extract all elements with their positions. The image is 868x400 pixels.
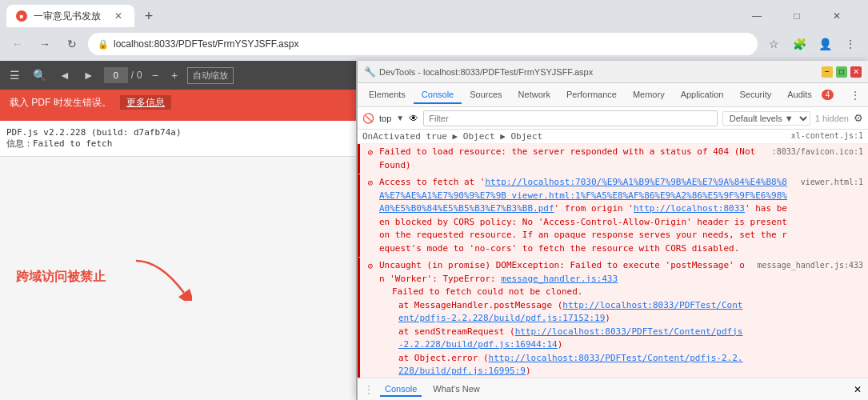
address-bar: ← → ↻ 🔒 localhost:8033/PDFTest/FrmYSYJSF… [0, 27, 868, 61]
devtools-footer: ⋮ Console What's New ✕ [358, 378, 868, 400]
filter-context-label: top [379, 114, 391, 123]
devtools-more-button[interactable]: ⋮ [846, 86, 865, 104]
dom-error-content: Uncaught (in promise) DOMException: Fail… [379, 259, 748, 378]
pdf-zoom-auto[interactable]: 自动缩放 [187, 67, 234, 84]
object-entry: OnActivated true ▶ Object ▶ Object xl-co… [358, 130, 868, 144]
tab-sources[interactable]: Sources [462, 86, 510, 104]
menu-button[interactable]: ⋮ [839, 33, 862, 55]
pdf-zoom-in[interactable]: + [168, 67, 181, 83]
back-button[interactable]: ← [6, 33, 29, 55]
eye-icon: 👁 [409, 113, 418, 124]
message-handler-link[interactable]: message_handler.js:433 [501, 274, 618, 284]
tab-close-button[interactable]: ✕ [112, 10, 125, 22]
secure-icon: 🔒 [98, 39, 109, 50]
active-tab[interactable]: ■ 一审意见书发放 ✕ [6, 5, 134, 27]
devtools-footer-separator: ⋮ [364, 384, 374, 395]
sendstream-link[interactable]: http://localhost:8033/PDFTest/Content/pd… [398, 326, 742, 350]
dom-error-source: message_handler.js:433 [751, 259, 863, 271]
browser-chrome: ■ 一审意见书发放 ✕ + — □ ✕ ← → ↻ 🔒 localhost:80… [0, 0, 868, 61]
pdf-page-total: 0 [137, 70, 142, 81]
tab-console[interactable]: Console [414, 86, 462, 104]
devtools-close[interactable]: ✕ [850, 66, 862, 78]
object-text: OnActivated true ▶ Object ▶ Object [362, 131, 542, 142]
cors-origin-url[interactable]: http://localhost:8033 [634, 203, 745, 214]
footer-close-icon[interactable]: ✕ [854, 384, 862, 395]
console-content: OnActivated true ▶ Object ▶ Object xl-co… [358, 130, 868, 378]
console-error-badge: 4 [822, 90, 834, 100]
tab-favicon: ■ [16, 10, 27, 22]
tab-application[interactable]: Application [673, 86, 732, 104]
error-circle-icon: ⊘ [365, 147, 376, 158]
extensions-button[interactable]: 🧩 [788, 33, 810, 55]
cors-error-text: Access to fetch at 'http://localhost:703… [379, 176, 791, 255]
entry-404-text: Failed to load resource: the server resp… [379, 146, 762, 172]
reload-button[interactable]: ↻ [61, 33, 83, 55]
object-source: xl-content.js:1 [791, 131, 863, 140]
new-tab-button[interactable]: + [138, 5, 160, 27]
console-entry-domexception: ⊘ Uncaught (in promise) DOMException: Fa… [358, 258, 868, 378]
footer-tab-whatsnew[interactable]: What's New [428, 382, 484, 397]
filter-dropdown-arrow: ▼ [396, 114, 404, 122]
window-controls: — □ ✕ [738, 5, 862, 27]
window-minimize-button[interactable]: — [738, 5, 775, 27]
console-entry-cors: ⊘ Access to fetch at 'http://localhost:7… [358, 174, 868, 258]
tab-bar: ■ 一审意见书发放 ✕ + — □ ✕ [0, 0, 868, 27]
url-bar[interactable]: 🔒 localhost:8033/PDFTest/FrmYSYJSFF.aspx [88, 33, 758, 55]
devtools-filterbar: 🚫 top ▼ 👁 Default levels ▼ 1 hidden ⚙ [358, 107, 868, 130]
pdf-page-indicator: / 0 [104, 67, 142, 83]
postmessage-link[interactable]: http://localhost:8033/PDFTest/Content/pd… [398, 300, 742, 324]
tab-memory[interactable]: Memory [625, 86, 673, 104]
pdf-page-separator: / [131, 70, 134, 81]
pdf-next-page[interactable]: ► [80, 67, 98, 83]
star-button[interactable]: ☆ [762, 33, 785, 55]
pdf-prev-page[interactable]: ◄ [56, 67, 74, 83]
objecterror-link[interactable]: http://localhost:8033/PDFTest/Content/pd… [398, 353, 742, 377]
cross-domain-label: 跨域访问被禁止 [16, 269, 106, 286]
cors-error-content: Access to fetch at 'http://localhost:703… [379, 176, 791, 255]
devtools-icon: 🔧 [364, 66, 376, 78]
devtools-titlebar: 🔧 DevTools - localhost:8033/PDFTest/FrmY… [358, 61, 868, 83]
pdf-page-input[interactable] [104, 67, 128, 83]
main-area: ☰ 🔍 ◄ ► / 0 − + 自动缩放 ⛶ ⬇ ⎙ 🔖 ⋮ 载入 PDF 时发… [0, 61, 868, 400]
dom-error-detail2: at MessageHandler.postMessage (http://lo… [379, 299, 748, 326]
hidden-count: 1 hidden [815, 114, 849, 123]
devtools-minimize[interactable]: − [822, 66, 833, 78]
forward-button[interactable]: → [34, 33, 56, 55]
devtools-panel: 🔧 DevTools - localhost:8033/PDFTest/FrmY… [356, 61, 868, 400]
devtools-settings-icon[interactable]: ⚙ [854, 112, 863, 124]
cors-error-source: viewer.html:1 [794, 176, 863, 188]
tab-audits[interactable]: Audits [779, 86, 820, 104]
dom-error-detail3: at sendStreamRequest (http://localhost:8… [379, 326, 748, 352]
arrow-icon [128, 253, 192, 301]
browser-toolbar-icons: ☆ 🧩 👤 ⋮ [762, 33, 862, 55]
dom-error-detail1: Failed to fetch could not be cloned. [379, 286, 748, 299]
log-levels-dropdown[interactable]: Default levels ▼ [722, 111, 810, 126]
error-more-link[interactable]: 更多信息 [120, 95, 171, 110]
url-text: localhost:8033/PDFTest/FrmYSYJSFF.aspx [114, 38, 298, 50]
console-entry-404: ⊘ Failed to load resource: the server re… [358, 144, 868, 174]
error-prefix: 载入 PDF 时发生错误。 [10, 97, 111, 108]
dom-error-detail4: at Object.error (http://localhost:8033/P… [379, 352, 748, 378]
devtools-tabs: Elements Console Sources Network Perform… [358, 83, 868, 107]
devtools-title: DevTools - localhost:8033/PDFTest/FrmYSY… [379, 67, 593, 77]
pdf-find-button[interactable]: 🔍 [30, 67, 50, 83]
filter-context-icon: 🚫 [362, 113, 374, 124]
window-maximize-button[interactable]: □ [778, 5, 815, 27]
footer-tab-console[interactable]: Console [380, 382, 422, 397]
tab-performance[interactable]: Performance [558, 86, 625, 104]
tab-title: 一审意见书发放 [34, 10, 101, 23]
devtools-favicon-area: 🔧 DevTools - localhost:8033/PDFTest/FrmY… [364, 66, 593, 78]
console-filter-input[interactable] [423, 110, 718, 126]
tab-network[interactable]: Network [510, 86, 558, 104]
pdf-sidebar-toggle[interactable]: ☰ [6, 67, 23, 83]
tab-elements[interactable]: Elements [361, 86, 414, 104]
profile-button[interactable]: 👤 [814, 33, 836, 55]
dom-error-icon: ⊘ [365, 261, 376, 272]
entry-404-source: :8033/favicon.ico:1 [766, 146, 863, 158]
devtools-window-controls: − □ ✕ [822, 66, 862, 78]
tab-security[interactable]: Security [731, 86, 779, 104]
devtools-maximize[interactable]: □ [836, 66, 847, 78]
window-close-button[interactable]: ✕ [818, 5, 855, 27]
pdf-zoom-out[interactable]: − [149, 67, 162, 83]
cors-error-icon: ⊘ [365, 178, 376, 189]
